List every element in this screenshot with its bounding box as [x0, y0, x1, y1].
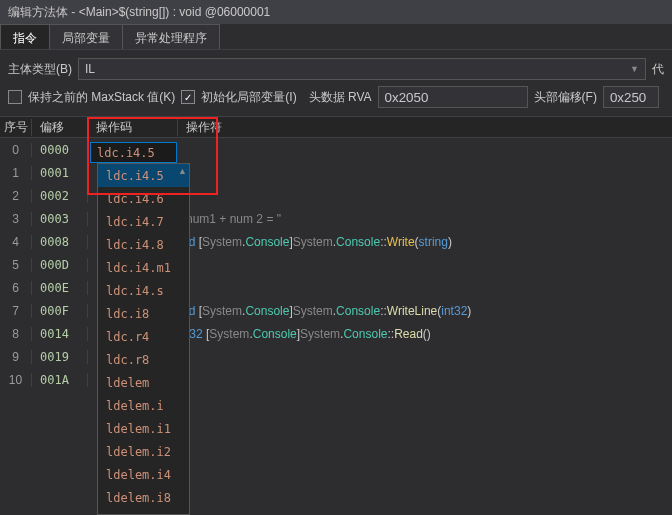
tab-bar: 指令 局部变量 异常处理程序	[0, 24, 672, 50]
dropdown-item[interactable]: ldc.i4.7	[98, 210, 189, 233]
header-offset-field[interactable]	[603, 86, 659, 108]
col-opcode-header[interactable]: 操作码	[88, 119, 178, 136]
chevron-down-icon: ▼	[630, 64, 639, 74]
row-index: 6	[0, 281, 32, 295]
row-index: 10	[0, 373, 32, 387]
opcode-dropdown[interactable]: ▲ ldc.i4.5ldc.i4.6ldc.i4.7ldc.i4.8ldc.i4…	[97, 163, 190, 515]
dropdown-item[interactable]: ldc.r8	[98, 348, 189, 371]
dropdown-item[interactable]: ldelem	[98, 371, 189, 394]
row-index: 8	[0, 327, 32, 341]
col-idx-header[interactable]: 序号	[0, 119, 32, 136]
body-type-label: 主体类型(B)	[8, 61, 72, 78]
dropdown-item[interactable]: ldc.i4.5	[98, 164, 189, 187]
row-offset: 000F	[32, 304, 88, 318]
tab-instructions[interactable]: 指令	[0, 24, 50, 49]
row-offset: 0001	[32, 166, 88, 180]
row-offset: 0014	[32, 327, 88, 341]
keep-maxstack-label: 保持之前的 MaxStack 值(K)	[28, 89, 175, 106]
row-operand: id [System.Console]System.Console::Write…	[178, 304, 672, 318]
tab-local-vars[interactable]: 局部变量	[49, 24, 123, 49]
init-locals-checkbox[interactable]: ✓	[181, 90, 195, 104]
row-index: 0	[0, 143, 32, 157]
dropdown-item[interactable]: ldc.i4.6	[98, 187, 189, 210]
row-index: 5	[0, 258, 32, 272]
body-type-combo[interactable]: IL ▼	[78, 58, 646, 80]
row-index: 1	[0, 166, 32, 180]
row-offset: 0002	[32, 189, 88, 203]
row-offset: 0019	[32, 350, 88, 364]
row-offset: 0000	[32, 143, 88, 157]
dropdown-item[interactable]: ldelem.i8	[98, 486, 189, 509]
row-operand: num1 + num 2 = "	[178, 212, 672, 226]
row-index: 2	[0, 189, 32, 203]
row-offset: 0003	[32, 212, 88, 226]
grid-header: 序号 偏移 操作码 操作符	[0, 116, 672, 138]
scroll-up-icon[interactable]: ▲	[178, 166, 187, 176]
dropdown-item[interactable]: ldelem.r4	[98, 509, 189, 514]
row-index: 3	[0, 212, 32, 226]
row-offset: 000E	[32, 281, 88, 295]
col-offset-header[interactable]: 偏移	[32, 119, 88, 136]
row-offset: 000D	[32, 258, 88, 272]
dropdown-item[interactable]: ldc.i4.s	[98, 279, 189, 302]
row-index: 7	[0, 304, 32, 318]
form-panel: 主体类型(B) IL ▼ 代 保持之前的 MaxStack 值(K) ✓ 初始化…	[0, 50, 672, 116]
dropdown-item[interactable]: ldelem.i2	[98, 440, 189, 463]
dropdown-item[interactable]: ldc.r4	[98, 325, 189, 348]
row-operand: t32 [System.Console]System.Console::Read…	[178, 327, 672, 341]
init-locals-label: 初始化局部变量(I)	[201, 89, 296, 106]
window-title-text: 编辑方法体 - <Main>$(string[]) : void @060000…	[8, 4, 270, 21]
header-rva-field[interactable]	[378, 86, 528, 108]
dropdown-item[interactable]: ldelem.i	[98, 394, 189, 417]
dropdown-item[interactable]: ldelem.i4	[98, 463, 189, 486]
keep-maxstack-checkbox[interactable]	[8, 90, 22, 104]
col-operand-header[interactable]: 操作符	[178, 119, 672, 136]
tab-exception-handlers[interactable]: 异常处理程序	[122, 24, 220, 49]
header-rva-label: 头数据 RVA	[309, 89, 372, 106]
dropdown-item[interactable]: ldc.i8	[98, 302, 189, 325]
body-type-value: IL	[85, 62, 95, 76]
row-operand: id [System.Console]System.Console::Write…	[178, 235, 672, 249]
window-title: 编辑方法体 - <Main>$(string[]) : void @060000…	[0, 0, 672, 24]
header-offset-label: 头部偏移(F)	[534, 89, 597, 106]
dropdown-item[interactable]: ldc.i4.8	[98, 233, 189, 256]
dropdown-item[interactable]: ldc.i4.m1	[98, 256, 189, 279]
opcode-edit-field[interactable]	[90, 142, 177, 163]
row-offset: 001A	[32, 373, 88, 387]
row-index: 9	[0, 350, 32, 364]
row-index: 4	[0, 235, 32, 249]
right-clipped-label: 代	[652, 61, 664, 78]
row-offset: 0008	[32, 235, 88, 249]
dropdown-item[interactable]: ldelem.i1	[98, 417, 189, 440]
